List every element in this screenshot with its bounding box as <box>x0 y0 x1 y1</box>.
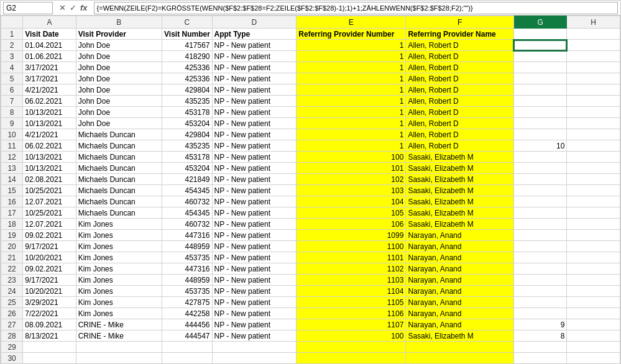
cell-G3[interactable] <box>513 51 567 62</box>
cell-B19[interactable]: Kim Jones <box>76 230 162 241</box>
cell-E28[interactable]: 100 <box>297 330 406 342</box>
cell-E17[interactable]: 105 <box>297 207 406 219</box>
cell-F30[interactable] <box>406 353 514 364</box>
cell-G16[interactable] <box>513 196 567 207</box>
cell-B25[interactable]: Kim Jones <box>76 297 162 308</box>
cell-E21[interactable]: 1101 <box>297 252 406 263</box>
cell-A3[interactable]: 01.06.2021 <box>23 51 76 62</box>
cell-B14[interactable]: Michaels Duncan <box>76 174 162 185</box>
cell-C28[interactable]: 444547 <box>162 330 212 342</box>
cell-D14[interactable]: NP - New patient <box>212 174 297 185</box>
cell-C29[interactable] <box>162 342 212 353</box>
cell-C10[interactable]: 429804 <box>162 129 212 140</box>
cell-B18[interactable]: Kim Jones <box>76 219 162 230</box>
cell-F26[interactable]: Narayan, Anand <box>406 308 514 319</box>
cell-F29[interactable] <box>406 342 514 353</box>
cell-G2[interactable] <box>513 40 567 51</box>
cell-E25[interactable]: 1105 <box>297 297 406 308</box>
cell-F25[interactable]: Narayan, Anand <box>406 297 514 308</box>
cell-D28[interactable]: NP - New patient <box>212 330 297 342</box>
cell-A23[interactable]: 9/17/2021 <box>23 275 76 286</box>
cell-H23[interactable] <box>567 275 620 286</box>
cell-A2[interactable]: 01.04.2021 <box>23 40 76 51</box>
cell-H7[interactable] <box>567 96 620 107</box>
cell-D27[interactable]: NP - New patient <box>212 319 297 330</box>
cell-D23[interactable]: NP - New patient <box>212 275 297 286</box>
cell-A30[interactable] <box>23 353 76 364</box>
cell-C19[interactable]: 447316 <box>162 230 212 241</box>
cell-E5[interactable]: 1 <box>297 73 406 84</box>
cell-A11[interactable]: 06.02.2021 <box>23 140 76 152</box>
cell-C17[interactable]: 454345 <box>162 207 212 219</box>
cell-A1[interactable]: Visit Date <box>23 29 76 40</box>
cell-G30[interactable] <box>513 353 567 364</box>
cell-G26[interactable] <box>513 308 567 319</box>
cell-F2[interactable]: Allen, Robert D <box>406 40 514 51</box>
cell-G22[interactable] <box>513 263 567 275</box>
cell-D6[interactable]: NP - New patient <box>212 84 297 96</box>
cell-A13[interactable]: 10/13/2021 <box>23 163 76 174</box>
cell-B8[interactable]: John Doe <box>76 107 162 118</box>
name-box[interactable]: G2 <box>3 2 53 14</box>
cell-D2[interactable]: NP - New patient <box>212 40 297 51</box>
cell-H24[interactable] <box>567 286 620 297</box>
col-header-D[interactable]: D <box>212 16 297 29</box>
cell-H6[interactable] <box>567 84 620 96</box>
cell-B4[interactable]: John Doe <box>76 62 162 73</box>
col-header-B[interactable]: B <box>76 16 162 29</box>
cell-E6[interactable]: 1 <box>297 84 406 96</box>
cell-D25[interactable]: NP - New patient <box>212 297 297 308</box>
cell-C24[interactable]: 453735 <box>162 286 212 297</box>
cell-B2[interactable]: John Doe <box>76 40 162 51</box>
cell-E16[interactable]: 104 <box>297 196 406 207</box>
cell-A6[interactable]: 4/21/2021 <box>23 84 76 96</box>
cell-A29[interactable] <box>23 342 76 353</box>
cell-D15[interactable]: NP - New patient <box>212 185 297 196</box>
cell-E29[interactable] <box>297 342 406 353</box>
cell-D4[interactable]: NP - New patient <box>212 62 297 73</box>
cell-D22[interactable]: NP - New patient <box>212 263 297 275</box>
cell-C14[interactable]: 421849 <box>162 174 212 185</box>
cell-F20[interactable]: Narayan, Anand <box>406 241 514 252</box>
cell-H12[interactable] <box>567 152 620 163</box>
cell-F17[interactable]: Sasaki, Elizabeth M <box>406 207 514 219</box>
cell-B6[interactable]: John Doe <box>76 84 162 96</box>
cell-B7[interactable]: John Doe <box>76 96 162 107</box>
cell-A5[interactable]: 3/17/2021 <box>23 73 76 84</box>
cell-E3[interactable]: 1 <box>297 51 406 62</box>
cell-F19[interactable]: Narayan, Anand <box>406 230 514 241</box>
cell-E13[interactable]: 101 <box>297 163 406 174</box>
cell-D30[interactable] <box>212 353 297 364</box>
cell-B1[interactable]: Visit Provider <box>76 29 162 40</box>
cancel-icon[interactable]: ✕ <box>58 3 67 12</box>
cell-H17[interactable] <box>567 207 620 219</box>
cell-A21[interactable]: 10/20/2021 <box>23 252 76 263</box>
cell-H10[interactable] <box>567 129 620 140</box>
cell-B5[interactable]: John Doe <box>76 73 162 84</box>
cell-G18[interactable] <box>513 219 567 230</box>
cell-B22[interactable]: Kim Jones <box>76 263 162 275</box>
insert-function-icon[interactable]: fx <box>79 3 89 12</box>
col-header-E[interactable]: E <box>297 16 406 29</box>
cell-B16[interactable]: Michaels Duncan <box>76 196 162 207</box>
cell-H22[interactable] <box>567 263 620 275</box>
cell-B29[interactable] <box>76 342 162 353</box>
cell-A17[interactable]: 10/25/2021 <box>23 207 76 219</box>
cell-C13[interactable]: 453204 <box>162 163 212 174</box>
cell-B30[interactable] <box>76 353 162 364</box>
cell-G7[interactable] <box>513 96 567 107</box>
cell-C5[interactable]: 425336 <box>162 73 212 84</box>
cell-D11[interactable]: NP - New patient <box>212 140 297 152</box>
cell-D13[interactable]: NP - New patient <box>212 163 297 174</box>
cell-F18[interactable]: Sasaki, Elizabeth M <box>406 219 514 230</box>
cell-A10[interactable]: 4/21/2021 <box>23 129 76 140</box>
cell-C7[interactable]: 435235 <box>162 96 212 107</box>
cell-B15[interactable]: Michaels Duncan <box>76 185 162 196</box>
cell-A28[interactable]: 8/13/2021 <box>23 330 76 342</box>
cell-E14[interactable]: 102 <box>297 174 406 185</box>
cell-H2[interactable] <box>567 40 620 51</box>
cell-E1[interactable]: Referring Provider Number <box>297 29 406 40</box>
cell-F12[interactable]: Sasaki, Elizabeth M <box>406 152 514 163</box>
cell-H8[interactable] <box>567 107 620 118</box>
cell-F14[interactable]: Sasaki, Elizabeth M <box>406 174 514 185</box>
